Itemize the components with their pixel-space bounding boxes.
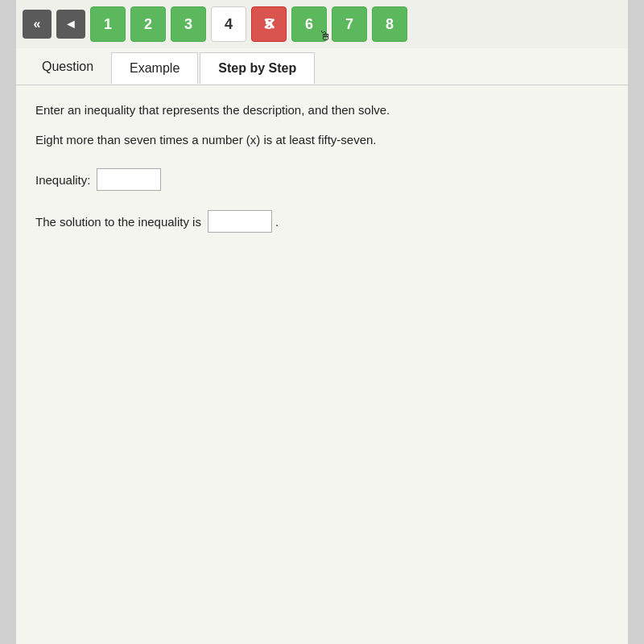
inequality-label: Inequality:: [35, 173, 90, 187]
tab-example[interactable]: Example: [111, 52, 198, 84]
solution-row: The solution to the inequality is .: [35, 210, 609, 233]
page-2-button[interactable]: 2: [130, 6, 166, 42]
inequality-row: Inequality:: [35, 168, 609, 191]
main-container: « ◄ 1 2 3 4 5 6 🖱 7 8: [16, 0, 628, 644]
content-area: Enter an inequality that represents the …: [16, 85, 628, 249]
tab-question[interactable]: Question: [24, 52, 111, 85]
solution-period: .: [275, 215, 279, 229]
page-8-wrapper: 8: [372, 6, 407, 42]
page-4-button[interactable]: 4: [211, 6, 246, 42]
inequality-input[interactable]: [97, 168, 161, 191]
page-3-wrapper: 3: [171, 6, 206, 42]
page-7-button[interactable]: 7: [332, 6, 367, 42]
page-1-button[interactable]: 1: [90, 6, 126, 42]
page-6-button[interactable]: 6: [291, 6, 327, 42]
left-button[interactable]: ◄: [56, 10, 85, 39]
problem-description: Enter an inequality that represents the …: [35, 101, 609, 120]
page-2-wrapper: 2: [130, 6, 166, 42]
tab-stepbystep[interactable]: Step by Step: [200, 52, 315, 84]
page-5-button[interactable]: 5: [251, 6, 287, 42]
page-6-wrapper: 6 🖱: [291, 6, 327, 42]
solution-label: The solution to the inequality is: [35, 215, 201, 229]
page-7-wrapper: 7: [332, 6, 367, 42]
solution-input[interactable]: [208, 210, 272, 233]
double-left-button[interactable]: «: [23, 10, 52, 39]
page-5-wrapper: 5: [251, 6, 287, 42]
tabs-row: Question Example Step by Step: [16, 52, 628, 85]
top-nav: « ◄ 1 2 3 4 5 6 🖱 7 8: [16, 0, 628, 48]
page-8-button[interactable]: 8: [372, 6, 407, 42]
page-3-button[interactable]: 3: [171, 6, 206, 42]
page-4-wrapper: 4: [211, 6, 246, 42]
page-1-wrapper: 1: [90, 6, 126, 42]
problem-statement: Eight more than seven times a number (x)…: [35, 131, 609, 150]
